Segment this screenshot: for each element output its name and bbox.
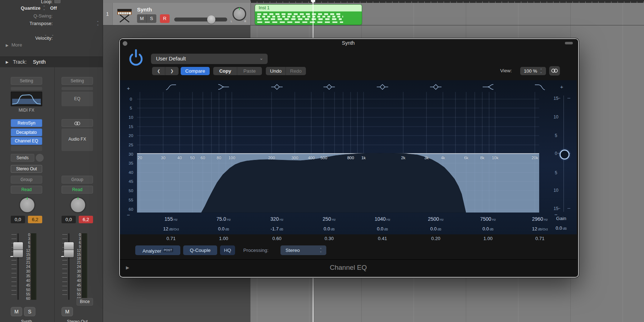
next-preset-button[interactable]: ❯ <box>165 67 179 75</box>
strip2-pan-knob[interactable] <box>70 197 86 213</box>
master-gain-readout[interactable]: Gain 0.0dB <box>548 216 575 231</box>
band-5-frequency[interactable]: 1040Hz <box>359 216 406 222</box>
track-bar[interactable]: ▶ Track: Synth <box>0 57 103 68</box>
transpose-stepper-icon[interactable]: ⌃⌄ <box>97 21 99 26</box>
strip2-peak-value[interactable]: 6,2 <box>79 216 93 223</box>
strip1-peak-value[interactable]: 6,2 <box>28 216 42 223</box>
copy-button[interactable]: Copy <box>213 67 237 75</box>
q-couple-button[interactable]: Q-Couple <box>183 245 217 255</box>
preset-dropdown[interactable]: User Default ⌄ <box>151 54 268 64</box>
strip2-audiofx-area[interactable]: Audio FX <box>62 128 93 151</box>
strip1-automation-button[interactable]: Read <box>11 186 42 194</box>
band-2-gain[interactable]: 0.0dB <box>200 225 247 232</box>
footer-disclosure-icon[interactable]: ▶ <box>126 265 129 270</box>
strip1-empty-slot[interactable] <box>11 146 42 151</box>
track-record-button[interactable]: R <box>160 14 170 23</box>
processing-dropdown[interactable]: Stereo ⌃⌄ <box>280 245 326 255</box>
strip2-eq-slot[interactable]: EQ <box>62 92 93 106</box>
band-3-q[interactable]: 0.60 <box>254 235 300 241</box>
strip2-group-button[interactable]: Group <box>62 176 93 184</box>
compare-button[interactable]: Compare <box>181 67 210 75</box>
loop-checkbox[interactable] <box>54 0 60 3</box>
analyzer-scale-minus[interactable]: − <box>127 212 130 218</box>
track-header[interactable]: 1 Synth M S R L R <box>103 3 251 25</box>
band-1-q[interactable]: 0.71 <box>148 235 194 241</box>
strip2-pan-value[interactable]: 0,0 <box>62 216 76 223</box>
power-button-icon[interactable] <box>128 48 144 68</box>
strip1-output-button[interactable]: Stereo Out <box>11 165 42 173</box>
band-7-q[interactable]: 1.00 <box>465 235 511 241</box>
paste-button[interactable]: Paste <box>237 67 262 75</box>
track-mute-button[interactable]: M <box>137 14 147 23</box>
analyzer-mode-badge[interactable]: POST <box>163 248 173 252</box>
link-button[interactable] <box>549 66 560 75</box>
band-4-gain[interactable]: 0.0dB <box>306 225 352 232</box>
strip1-solo-button[interactable]: S <box>24 307 35 316</box>
strip2-gain-slot[interactable] <box>62 87 93 90</box>
midi-region-inst1[interactable]: Inst 1 <box>255 4 362 25</box>
track-volume-slider[interactable] <box>174 18 227 21</box>
undo-button[interactable]: Undo <box>266 67 286 75</box>
band-3-frequency[interactable]: 320Hz <box>254 216 300 222</box>
band-1-gain[interactable]: 12dB/Oct <box>148 225 194 232</box>
redo-button[interactable]: Redo <box>286 67 306 75</box>
band-7-gain[interactable]: 0.0dB <box>465 225 511 232</box>
band-2-q[interactable]: 1.00 <box>200 235 247 241</box>
volume-slider-handle[interactable] <box>207 15 215 24</box>
freq-axis-label: 6k <box>464 156 468 160</box>
strip2-level-meter <box>82 233 87 300</box>
strip2-bounce-button[interactable]: Bnce <box>77 298 93 306</box>
strip1-group-button[interactable]: Group <box>11 176 42 184</box>
band-5-gain[interactable]: 0.0dB <box>359 225 406 232</box>
more-disclosure-icon[interactable]: ▶ <box>6 43 9 47</box>
band-2-frequency[interactable]: 75.0Hz <box>200 216 247 222</box>
band-5-q[interactable]: 0.41 <box>359 235 406 241</box>
band-6-frequency[interactable]: 2500Hz <box>413 216 459 222</box>
band-6-gain[interactable]: 0.0dB <box>413 225 459 232</box>
strip1-fader-handle[interactable] <box>13 242 23 257</box>
analyzer-scale-value: 0 <box>130 97 132 101</box>
strip2-automation-button[interactable]: Read <box>62 186 93 194</box>
strip1-mute-button[interactable]: M <box>11 307 22 316</box>
band-4-q[interactable]: 0.30 <box>306 235 352 241</box>
more-label[interactable]: More <box>11 42 22 48</box>
gain-scale-plus[interactable]: + <box>560 84 564 90</box>
track-disclosure-icon[interactable]: ▶ <box>6 60 9 64</box>
view-zoom-stepper[interactable]: 100 % ⌃⌄ <box>520 67 546 75</box>
eq-plot[interactable] <box>137 80 539 215</box>
quantize-value[interactable]: Off <box>50 5 57 11</box>
strip1-audiofx-slot-1[interactable]: Decapitato <box>11 128 42 136</box>
quantize-stepper-icon[interactable]: ⌃⌄ <box>43 6 45 10</box>
master-gain-value[interactable]: 0.0 <box>556 225 562 231</box>
strip1-eq-thumbnail[interactable] <box>11 92 42 106</box>
strip1-audiofx-slot-2[interactable]: Channel EQ <box>11 137 42 145</box>
ruler[interactable] <box>250 0 644 3</box>
band-6-q[interactable]: 0.20 <box>413 235 459 241</box>
strip1-instrument-slot[interactable]: RetroSyn <box>11 119 42 127</box>
band-4-frequency[interactable]: 250Hz <box>306 216 352 222</box>
minimize-button[interactable] <box>565 42 573 44</box>
strip1-pan-value[interactable]: 0,0 <box>11 216 25 223</box>
strip1-gain-slot[interactable] <box>11 87 42 90</box>
strip1-pan-knob[interactable] <box>19 197 35 213</box>
strip2-fader-handle[interactable] <box>64 242 74 257</box>
plugin-window-channel-eq[interactable]: Synth User Default ⌄ ❮ ❯ Compare Copy Pa… <box>119 38 579 278</box>
band-7-frequency[interactable]: 7500Hz <box>465 216 511 222</box>
analyzer-scale-plus[interactable]: + <box>127 85 130 91</box>
prev-preset-button[interactable]: ❮ <box>152 67 165 75</box>
track-solo-button[interactable]: S <box>147 14 156 23</box>
master-gain-handle[interactable] <box>560 150 570 160</box>
strip1-setting-button[interactable]: Setting <box>11 77 42 85</box>
strip1-sends-button[interactable]: Sends <box>11 154 34 162</box>
band-8-q[interactable]: 0.71 <box>517 235 563 241</box>
band-3-gain[interactable]: -1.7dB <box>254 225 300 232</box>
track-name[interactable]: Synth <box>137 6 152 13</box>
strip2-stereo-format-button[interactable] <box>62 119 93 127</box>
strip2-setting-button[interactable]: Setting <box>62 77 93 85</box>
analyzer-button[interactable]: AnalyzerPOST <box>135 245 180 255</box>
track-pan-knob[interactable] <box>233 7 246 21</box>
hq-button[interactable]: HQ <box>220 245 235 255</box>
strip1-send-knob[interactable] <box>36 154 44 162</box>
strip2-mute-button[interactable]: M <box>62 307 73 316</box>
band-1-frequency[interactable]: 155Hz <box>148 216 194 222</box>
